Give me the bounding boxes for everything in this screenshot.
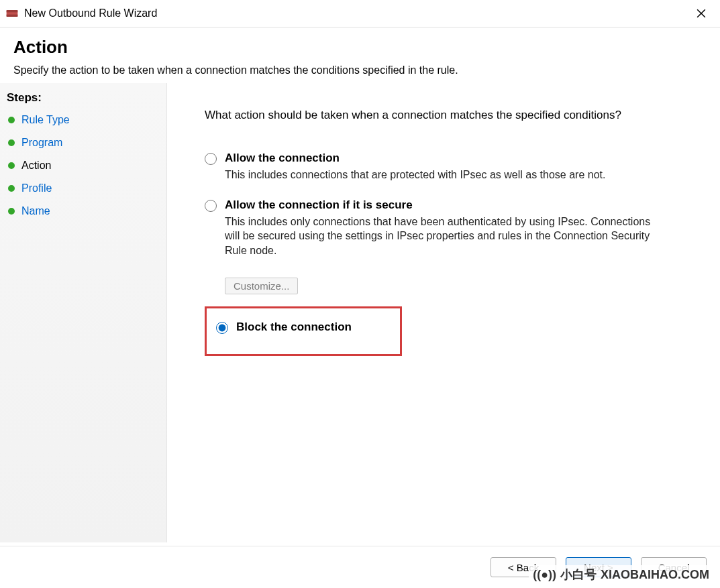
radio-allow[interactable] — [205, 153, 217, 165]
wizard-header: Action Specify the action to be taken wh… — [0, 27, 720, 83]
option-allow-secure[interactable]: Allow the connection if it is secure Thi… — [205, 198, 682, 258]
svg-rect-1 — [7, 10, 18, 12]
step-name[interactable]: Name — [0, 200, 166, 223]
option-allow-secure-desc: This includes only connections that have… — [225, 215, 654, 258]
option-allow-secure-title: Allow the connection if it is secure — [225, 198, 654, 212]
step-action[interactable]: Action — [0, 154, 166, 177]
bullet-icon — [8, 185, 15, 192]
firewall-icon — [5, 7, 19, 20]
svg-rect-2 — [7, 15, 18, 17]
option-block-title: Block the connection — [236, 320, 352, 334]
step-profile[interactable]: Profile — [0, 177, 166, 200]
step-rule-type[interactable]: Rule Type — [0, 109, 166, 131]
bullet-icon — [8, 208, 15, 215]
close-button[interactable] — [688, 3, 715, 24]
bullet-icon — [8, 139, 15, 146]
bullet-icon — [8, 162, 15, 169]
page-subtitle: Specify the action to be taken when a co… — [13, 64, 707, 76]
steps-heading: Steps: — [0, 87, 166, 109]
broadcast-icon: ((●)) — [533, 568, 556, 582]
option-allow[interactable]: Allow the connection This includes conne… — [205, 152, 682, 182]
highlight-box: Block the connection — [205, 306, 402, 356]
radio-block[interactable] — [216, 322, 228, 334]
action-prompt: What action should be taken when a conne… — [205, 109, 682, 122]
option-allow-title: Allow the connection — [225, 152, 605, 165]
radio-allow-secure[interactable] — [205, 200, 217, 212]
watermark: ((●)) 小白号 XIAOBAIHAO.COM — [529, 565, 713, 584]
option-allow-desc: This includes connections that are prote… — [225, 168, 605, 182]
option-block[interactable]: Block the connection — [216, 320, 391, 337]
bullet-icon — [8, 117, 15, 123]
title-bar: New Outbound Rule Wizard — [0, 0, 720, 27]
page-title: Action — [13, 37, 707, 58]
window-title: New Outbound Rule Wizard — [24, 7, 157, 19]
main-panel: What action should be taken when a conne… — [167, 83, 720, 542]
step-program[interactable]: Program — [0, 131, 166, 154]
close-icon — [697, 9, 706, 18]
customize-button: Customize... — [225, 278, 298, 294]
steps-sidebar: Steps: Rule Type Program Action Profile … — [0, 83, 167, 542]
